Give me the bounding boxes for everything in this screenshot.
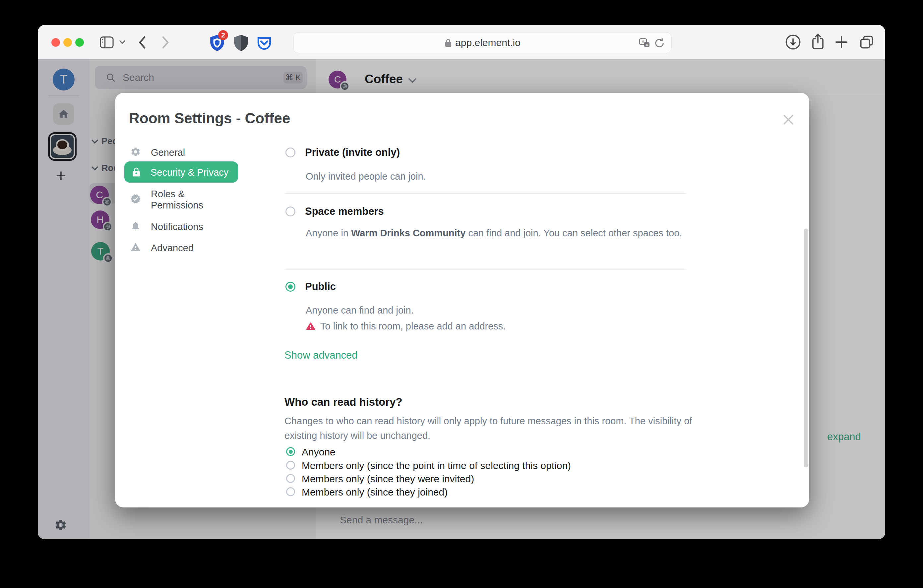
radio-history-members-select[interactable] xyxy=(286,461,295,470)
reload-button[interactable] xyxy=(654,37,665,50)
option-private-desc: Only invited people can join. xyxy=(305,168,426,184)
option-divider xyxy=(284,193,686,194)
extension-badge: 2 xyxy=(218,30,228,40)
radio-history-members-joined[interactable] xyxy=(286,487,295,496)
option-public-label[interactable]: Public xyxy=(305,281,336,293)
new-tab-button[interactable] xyxy=(833,34,849,51)
warning-triangle-icon xyxy=(305,321,315,331)
browser-window: 2 app.element.io Aa xyxy=(38,25,885,539)
tab-label: Advanced xyxy=(151,243,194,254)
tab-label: Roles & Permissions xyxy=(151,188,220,211)
radio-history-anyone[interactable] xyxy=(286,447,295,456)
option-space-label[interactable]: Space members xyxy=(305,205,384,217)
history-heading: Who can read history? xyxy=(284,396,402,408)
downloads-button[interactable] xyxy=(784,33,801,52)
address-warning: To link to this room, please add an addr… xyxy=(305,318,506,334)
history-desc: Changes to who can read history will onl… xyxy=(284,414,716,443)
sidebar-toggle-button[interactable] xyxy=(99,36,114,50)
desc-text: can find and join. You can select other … xyxy=(465,228,682,238)
option-space-desc: Anyone in Warm Drinks Community can find… xyxy=(305,225,687,241)
back-button[interactable] xyxy=(138,36,146,50)
forward-button[interactable] xyxy=(161,36,170,50)
history-option-label[interactable]: Members only (since they joined) xyxy=(302,486,448,498)
url-bar[interactable]: app.element.io Aa xyxy=(293,32,672,53)
translate-icon[interactable]: Aa xyxy=(639,37,650,50)
tab-label: Security & Privacy xyxy=(151,167,228,178)
radio-history-members-invited[interactable] xyxy=(286,474,295,483)
radio-private[interactable] xyxy=(286,148,296,158)
warning-triangle-icon xyxy=(130,242,141,253)
settings-tab-notifications[interactable]: Notifications xyxy=(130,221,141,233)
settings-tab-security-privacy[interactable]: Security & Privacy xyxy=(124,161,238,182)
share-button[interactable] xyxy=(809,32,826,53)
sidebar-chevron-down-icon[interactable] xyxy=(119,39,126,46)
gear-icon xyxy=(130,146,141,157)
option-public-desc: Anyone can find and join. xyxy=(305,302,414,318)
settings-tab-general[interactable]: General xyxy=(130,146,141,158)
tab-overview-button[interactable] xyxy=(858,33,875,52)
close-dialog-button[interactable] xyxy=(782,113,795,127)
option-private-label[interactable]: Private (invite only) xyxy=(305,146,400,158)
dialog-title: Room Settings - Coffee xyxy=(129,110,290,126)
show-advanced-link[interactable]: Show advanced xyxy=(284,349,358,361)
zoom-window-button[interactable] xyxy=(75,38,84,47)
close-icon xyxy=(782,113,795,126)
history-option-label[interactable]: Members only (since they were invited) xyxy=(302,473,474,485)
extension-shield-dark-button[interactable] xyxy=(233,34,249,53)
dialog-scrollbar[interactable] xyxy=(804,229,808,467)
history-option-label[interactable]: Anyone xyxy=(302,447,335,458)
option-divider xyxy=(284,269,686,270)
close-window-button[interactable] xyxy=(51,38,60,47)
url-text: app.element.io xyxy=(455,37,521,48)
lock-icon xyxy=(445,38,452,48)
bell-icon xyxy=(130,221,141,232)
lock-icon xyxy=(131,167,141,177)
seal-check-icon xyxy=(130,194,141,204)
radio-space-members[interactable] xyxy=(286,207,296,217)
tab-label: General xyxy=(151,147,185,158)
room-settings-dialog: Room Settings - Coffee General Security … xyxy=(115,93,809,508)
history-option-label[interactable]: Members only (since the point in time of… xyxy=(302,460,571,471)
minimize-window-button[interactable] xyxy=(63,38,72,47)
settings-tab-advanced[interactable]: Advanced xyxy=(130,242,141,254)
browser-toolbar: 2 app.element.io Aa xyxy=(38,25,885,59)
warning-text: To link to this room, please add an addr… xyxy=(320,318,506,334)
desc-text: Anyone in xyxy=(305,228,351,238)
desc-bold-text: Warm Drinks Community xyxy=(351,228,465,238)
url-text-wrap: app.element.io xyxy=(294,33,672,53)
extension-pocket-button[interactable] xyxy=(256,35,273,53)
tab-label: Notifications xyxy=(151,222,203,232)
radio-public[interactable] xyxy=(286,282,296,292)
svg-text:a: a xyxy=(646,43,648,46)
